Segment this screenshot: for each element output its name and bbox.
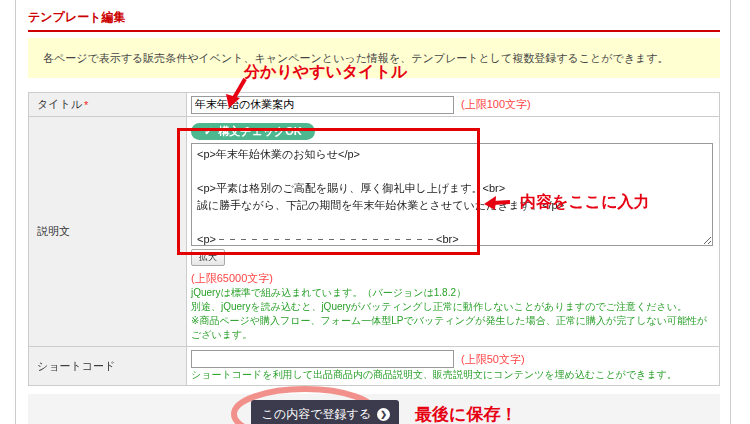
page-border-left	[15, 0, 16, 424]
jquery-note-3: ※商品ページや購入フロー、フォーム一体型LPでバッティングが発生した場合、正常に…	[191, 314, 715, 342]
title-label: タイトル	[37, 97, 82, 112]
description-label-cell: 説明文	[29, 117, 187, 346]
shortcode-label-cell: ショートコード	[29, 347, 187, 385]
description-label: 説明文	[37, 224, 70, 239]
shortcode-label: ショートコード	[37, 359, 115, 374]
shortcode-value-cell: (上限50文字) ショートコードを利用して出品商品内の商品説明文、販売説明文にコ…	[187, 347, 719, 385]
template-form: タイトル* (上限100文字) 説明文 ✓ 構文チェックOK <p>年末年始休業…	[28, 92, 720, 386]
submit-wrap: この内容で登録する ❯	[251, 400, 399, 424]
template-edit-page: テンプレート編集 各ページで表示する販売条件やイベント、キャンペーンといった情報…	[0, 0, 750, 424]
shortcode-input[interactable]	[191, 350, 454, 368]
description-limit-note: (上限65000文字)	[191, 271, 715, 286]
intro-box: 各ページで表示する販売条件やイベント、キャンペーンといった情報を、テンプレートと…	[28, 38, 720, 78]
submit-group: この内容で登録する ❯ 最後に保存！	[251, 400, 518, 424]
main-content: テンプレート編集 各ページで表示する販売条件やイベント、キャンペーンといった情報…	[28, 0, 720, 424]
title-row: タイトル* (上限100文字)	[29, 93, 719, 117]
title-value-cell: (上限100文字)	[187, 93, 719, 116]
description-row: 説明文 ✓ 構文チェックOK <p>年末年始休業のお知らせ</p> <p>平素は…	[29, 117, 719, 347]
description-textarea[interactable]: <p>年末年始休業のお知らせ</p> <p>平素は格別のご高配を賜り、厚く御礼申…	[191, 143, 713, 246]
title-input[interactable]	[191, 96, 454, 114]
submit-arrow-icon: ❯	[377, 408, 390, 421]
save-hint-annotation: 最後に保存！	[415, 403, 517, 424]
jquery-note-2: 別途、jQueryを読み込むと、jQueryがバッティングし正常に動作しないこと…	[191, 300, 715, 314]
expand-button[interactable]: 拡大	[191, 249, 225, 266]
page-border-right	[730, 0, 731, 424]
title-limit-note: (上限100文字)	[461, 97, 531, 112]
submit-button[interactable]: この内容で登録する ❯	[251, 400, 399, 424]
shortcode-limit-note: (上限50文字)	[461, 352, 525, 367]
intro-text: 各ページで表示する販売条件やイベント、キャンペーンといった情報を、テンプレートと…	[43, 51, 669, 66]
check-icon: ✓	[204, 126, 213, 137]
submit-label: この内容で登録する	[262, 406, 371, 423]
footer-bar: この内容で登録する ❯ 最後に保存！	[28, 394, 720, 424]
shortcode-row: ショートコード (上限50文字) ショートコードを利用して出品商品内の商品説明文…	[29, 347, 719, 385]
description-value-cell: ✓ 構文チェックOK <p>年末年始休業のお知らせ</p> <p>平素は格別のご…	[187, 117, 719, 346]
page-title: テンプレート編集	[28, 9, 720, 26]
jquery-note-1: jQueryは標準で組み込まれています。（バージョンは1.8.2）	[191, 286, 715, 300]
syntax-check-button[interactable]: ✓ 構文チェックOK	[191, 123, 315, 140]
required-mark: *	[84, 99, 88, 111]
shortcode-note: ショートコードを利用して出品商品内の商品説明文、販売説明文にコンテンツを埋め込む…	[191, 368, 715, 382]
title-divider	[28, 30, 720, 32]
title-label-cell: タイトル*	[29, 93, 187, 116]
syntax-check-label: 構文チェックOK	[218, 126, 302, 137]
